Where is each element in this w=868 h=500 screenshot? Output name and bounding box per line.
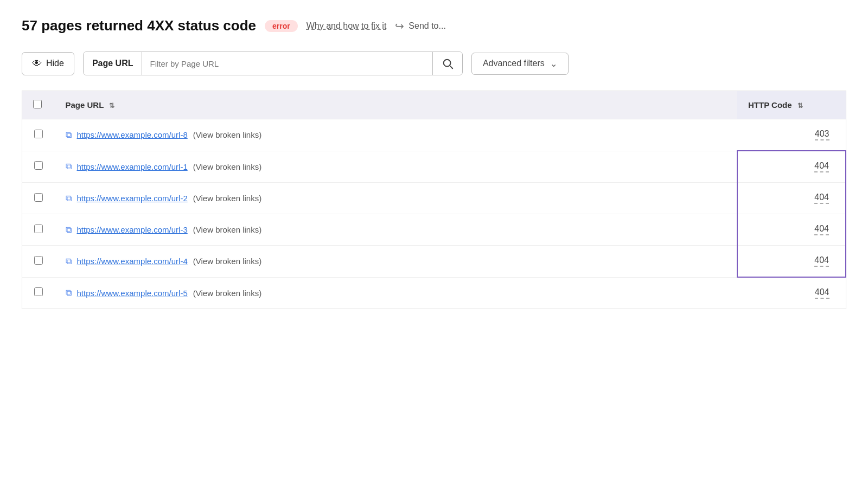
table-row: ⧉https://www.example.com/url-4(View brok… (22, 246, 846, 278)
sort-url-icon: ⇅ (109, 102, 114, 110)
hide-button[interactable]: 👁 Hide (22, 52, 74, 75)
page-title: 57 pages returned 4XX status code (22, 17, 256, 34)
row-checkbox[interactable] (34, 287, 43, 296)
http-code-value: 403 (815, 129, 829, 140)
col-header-url[interactable]: Page URL ⇅ (55, 91, 738, 119)
view-broken-links-text[interactable]: (View broken links) (193, 130, 261, 139)
header-row: 57 pages returned 4XX status code error … (22, 17, 846, 34)
advanced-filters-button[interactable]: Advanced filters ⌄ (471, 53, 569, 75)
col-url-label: Page URL (66, 100, 104, 110)
fix-link[interactable]: Why and how to fix it (307, 21, 387, 31)
send-arrow-icon: ↪ (395, 20, 404, 33)
url-filter-label: Page URL (84, 52, 143, 75)
row-url-cell: ⧉https://www.example.com/url-4(View brok… (55, 246, 738, 278)
table-row: ⧉https://www.example.com/url-1(View brok… (22, 151, 846, 183)
eye-icon: 👁 (32, 58, 42, 69)
row-checkbox-cell (22, 151, 55, 183)
row-url-cell: ⧉https://www.example.com/url-5(View brok… (55, 277, 738, 309)
url-link[interactable]: https://www.example.com/url-4 (77, 257, 188, 266)
row-checkbox-cell (22, 214, 55, 246)
row-http-code-cell: 404 (737, 151, 846, 183)
url-filter-search-button[interactable] (432, 52, 462, 75)
select-all-checkbox[interactable] (33, 100, 42, 108)
url-link[interactable]: https://www.example.com/url-2 (77, 194, 188, 203)
external-link-icon: ⧉ (66, 130, 72, 140)
table-row: ⧉https://www.example.com/url-5(View brok… (22, 277, 846, 309)
view-broken-links-text[interactable]: (View broken links) (193, 225, 261, 234)
chevron-down-icon: ⌄ (550, 59, 557, 69)
advanced-filters-label: Advanced filters (483, 59, 545, 68)
external-link-icon: ⧉ (66, 257, 72, 266)
search-icon (442, 57, 454, 69)
view-broken-links-text[interactable]: (View broken links) (193, 194, 261, 203)
external-link-icon: ⧉ (66, 194, 72, 203)
row-checkbox-cell (22, 119, 55, 151)
row-checkbox[interactable] (34, 256, 43, 265)
row-url-cell: ⧉https://www.example.com/url-3(View brok… (55, 214, 738, 246)
row-checkbox[interactable] (34, 193, 43, 202)
send-to-button[interactable]: ↪ Send to... (395, 20, 446, 33)
http-code-value: 404 (814, 193, 829, 204)
row-checkbox-cell (22, 246, 55, 278)
col-header-http-code[interactable]: HTTP Code ⇅ (737, 91, 846, 119)
row-checkbox-cell (22, 183, 55, 214)
url-link[interactable]: https://www.example.com/url-3 (77, 225, 188, 234)
data-table: Page URL ⇅ HTTP Code ⇅ ⧉https://www.exam… (22, 91, 846, 309)
view-broken-links-text[interactable]: (View broken links) (193, 257, 261, 266)
external-link-icon: ⧉ (66, 225, 72, 235)
row-checkbox[interactable] (34, 161, 43, 170)
url-link[interactable]: https://www.example.com/url-1 (77, 162, 188, 171)
external-link-icon: ⧉ (66, 162, 72, 171)
table-header-row: Page URL ⇅ HTTP Code ⇅ (22, 91, 846, 119)
http-code-value: 404 (814, 255, 829, 267)
error-badge: error (265, 20, 298, 32)
send-to-label: Send to... (409, 21, 446, 31)
row-checkbox-cell (22, 277, 55, 309)
svg-line-1 (450, 66, 452, 68)
filter-bar: 👁 Hide Page URL Advanced filters ⌄ (22, 52, 846, 75)
row-url-cell: ⧉https://www.example.com/url-8(View brok… (55, 119, 738, 151)
http-code-value: 404 (814, 224, 829, 235)
url-filter-container: Page URL (83, 52, 463, 75)
table-row: ⧉https://www.example.com/url-3(View brok… (22, 214, 846, 246)
row-checkbox[interactable] (34, 130, 43, 138)
view-broken-links-text[interactable]: (View broken links) (193, 289, 261, 298)
row-http-code-cell: 404 (737, 277, 846, 309)
row-url-cell: ⧉https://www.example.com/url-1(View brok… (55, 151, 738, 183)
select-all-header[interactable] (22, 91, 55, 119)
view-broken-links-text[interactable]: (View broken links) (193, 162, 261, 171)
col-http-label: HTTP Code (748, 100, 792, 110)
row-checkbox[interactable] (34, 225, 43, 233)
external-link-icon: ⧉ (66, 288, 72, 298)
hide-label: Hide (46, 59, 64, 68)
row-http-code-cell: 404 (737, 183, 846, 214)
table-row: ⧉https://www.example.com/url-2(View brok… (22, 183, 846, 214)
url-link[interactable]: https://www.example.com/url-5 (77, 289, 188, 298)
row-http-code-cell: 404 (737, 214, 846, 246)
table-row: ⧉https://www.example.com/url-8(View brok… (22, 119, 846, 151)
http-code-value: 404 (815, 287, 829, 299)
url-link[interactable]: https://www.example.com/url-8 (77, 130, 188, 139)
url-filter-input[interactable] (142, 52, 432, 75)
row-http-code-cell: 404 (737, 246, 846, 278)
row-http-code-cell: 403 (737, 119, 846, 151)
row-url-cell: ⧉https://www.example.com/url-2(View brok… (55, 183, 738, 214)
http-code-value: 404 (814, 161, 829, 172)
sort-http-icon: ⇅ (797, 102, 803, 110)
